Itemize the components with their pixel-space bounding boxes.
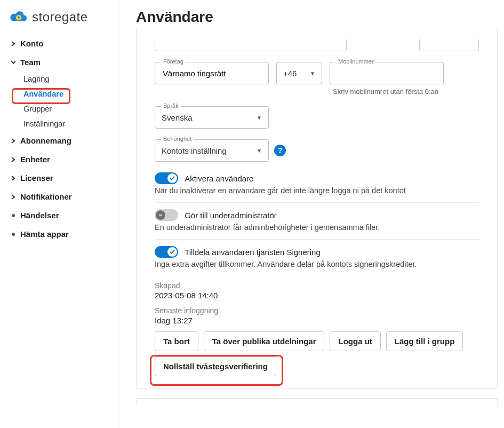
divider	[155, 239, 479, 240]
sidebar-item-lagring[interactable]: Lagring	[9, 72, 117, 86]
field-label: Språk	[161, 102, 181, 109]
sidebar-item-hamta-appar[interactable]: Hämta appar	[9, 225, 117, 243]
sidebar-item-label: Enheter	[20, 155, 50, 164]
chevron-down-icon	[10, 60, 17, 65]
divider	[155, 202, 479, 203]
ta-over-button[interactable]: Ta över publika utdelningar	[204, 331, 325, 351]
toggle-aktivera[interactable]	[155, 172, 178, 184]
sidebar-item-enheter[interactable]: Enheter	[9, 150, 117, 169]
toggle-desc: En underadministratör får adminbehörighe…	[155, 223, 479, 232]
bullet-icon	[12, 214, 15, 217]
toggle-label: Tilldela användaren tjänsten Signering	[185, 248, 321, 257]
sidebar-item-anvandare[interactable]: Användare	[9, 86, 117, 101]
truncated-field[interactable]	[155, 39, 347, 51]
sidebar-item-notifikationer[interactable]: Notifikationer	[9, 187, 117, 206]
chevron-right-icon	[10, 138, 17, 144]
toggle-desc: Inga extra avgifter tillkommer. Användar…	[155, 260, 479, 268]
sidebar-item-label: Abonnemang	[20, 136, 71, 145]
toggle-label: Gör till underadministratör	[185, 211, 277, 220]
logga-ut-button[interactable]: Logga ut	[330, 331, 380, 351]
brand-logo: storegate	[9, 10, 117, 25]
sidebar-item-label: Konto	[20, 39, 43, 48]
sidebar: storegate Konto Team Lagring Användare G…	[0, 0, 120, 428]
svg-rect-2	[159, 215, 162, 216]
senaste-label: Senaste inloggning	[155, 306, 479, 315]
truncated-field[interactable]	[419, 39, 479, 51]
chevron-down-icon: ▼	[310, 70, 315, 76]
lagg-till-grupp-button[interactable]: Lägg till i grupp	[386, 331, 463, 351]
sidebar-item-licenser[interactable]: Licenser	[9, 169, 117, 187]
mobil-field[interactable]	[330, 62, 444, 84]
sprak-select[interactable]: Svenska ▼	[155, 106, 269, 129]
sidebar-item-handelser[interactable]: Händelser	[9, 206, 117, 225]
sidebar-item-label: Notifikationer	[20, 192, 72, 201]
sprak-value: Svenska	[162, 113, 193, 122]
chevron-right-icon	[10, 194, 17, 200]
sidebar-item-abonnemang[interactable]: Abonnemang	[9, 131, 117, 150]
bullet-icon	[12, 233, 15, 236]
next-card-peek	[136, 398, 498, 406]
ta-bort-button[interactable]: Ta bort	[155, 331, 198, 351]
behorighet-select[interactable]: Kontots inställning ▼	[155, 139, 269, 162]
sidebar-item-label: Händelser	[20, 211, 59, 220]
help-icon[interactable]: ?	[274, 145, 286, 156]
sidebar-item-grupper[interactable]: Grupper	[9, 101, 117, 116]
sidebar-item-label: Licenser	[20, 173, 53, 183]
chevron-right-icon	[10, 157, 17, 162]
senaste-value: Idag 13:27	[155, 316, 479, 325]
user-form-card: Företag +46 ▼ Mobilnummer Skriv mobilnum…	[136, 28, 498, 389]
skapad-value: 2023-05-08 14:40	[155, 291, 479, 300]
sidebar-item-team[interactable]: Team	[9, 53, 117, 72]
main-area: Användare Företag +46 ▼ Mobilnum	[120, 0, 504, 428]
chevron-down-icon: ▼	[257, 148, 262, 154]
toggle-desc: När du inaktiverar en användare går det …	[155, 186, 479, 195]
field-label: Behörighet	[161, 136, 194, 142]
brand-text: storegate	[32, 10, 88, 25]
sidebar-item-label: Hämta appar	[20, 229, 69, 239]
toggle-signering[interactable]	[155, 246, 178, 258]
field-label: Mobilnummer	[336, 58, 376, 65]
foretag-field[interactable]	[155, 62, 269, 84]
behorighet-value: Kontots inställning	[162, 146, 227, 155]
chevron-right-icon	[10, 176, 17, 181]
nollstall-2fa-button[interactable]: Nollställ tvåstegsverifiering	[155, 356, 276, 376]
cloud-icon	[9, 10, 29, 25]
sidebar-item-installningar[interactable]: Inställningar	[9, 116, 117, 131]
mobil-hint: Skriv mobilnumret utan första 0:an	[330, 88, 442, 96]
skapad-label: Skapad	[155, 281, 479, 290]
toggle-label: Aktivera användare	[185, 174, 253, 183]
dialcode-value: +46	[283, 69, 297, 78]
chevron-right-icon	[10, 41, 17, 46]
chevron-down-icon: ▼	[257, 115, 262, 121]
page-title: Användare	[136, 9, 498, 26]
toggle-underadmin[interactable]	[155, 209, 178, 221]
field-label: Företag	[161, 58, 186, 65]
sidebar-item-label: Team	[20, 58, 41, 67]
dialcode-select[interactable]: +46 ▼	[276, 62, 322, 84]
sidebar-item-konto[interactable]: Konto	[9, 34, 117, 53]
svg-rect-1	[18, 17, 20, 19]
